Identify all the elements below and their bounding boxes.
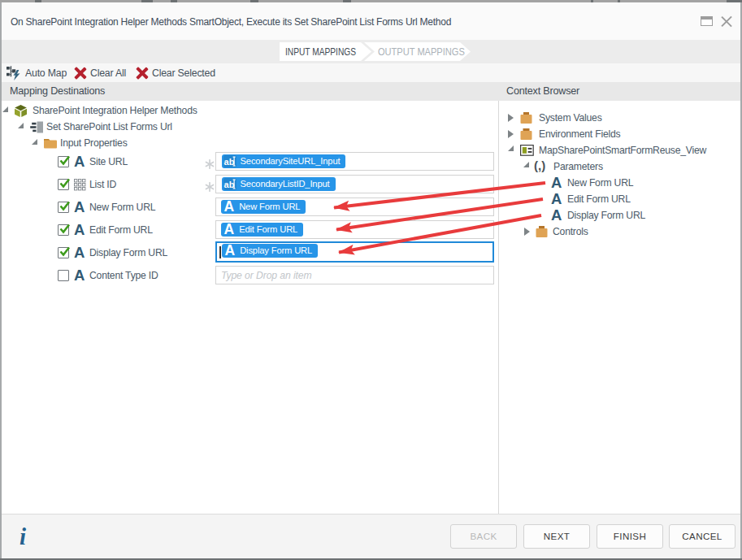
svg-text:ab: ab bbox=[223, 157, 234, 167]
svg-text:ab: ab bbox=[223, 180, 234, 189]
